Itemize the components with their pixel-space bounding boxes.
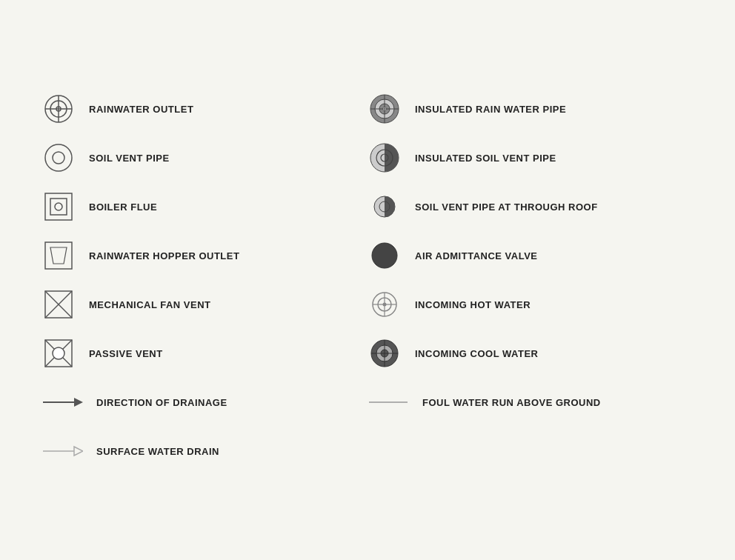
foul-water-run-above-ground-label: FOUL WATER RUN ABOVE GROUND (422, 397, 601, 408)
boiler-flue-label: BOILER FLUE (89, 201, 157, 213)
foul-water-run-above-ground-icon (368, 385, 409, 419)
legend-container: RAINWATER OUTLET SOIL VENT PIPE (12, 62, 723, 498)
list-item: RAINWATER HOPPER OUTLET (41, 231, 368, 280)
svg-marker-11 (50, 247, 67, 264)
svg-rect-10 (45, 242, 72, 269)
mechanical-fan-vent-label: MECHANICAL FAN VENT (89, 299, 211, 310)
svg-point-34 (372, 243, 397, 268)
list-item: SOIL VENT PIPE AT THROUGH ROOF (368, 182, 694, 231)
list-item: RAINWATER OUTLET (41, 84, 368, 133)
svg-point-6 (53, 152, 64, 164)
air-admittance-valve-label: AIR ADMITTANCE VALVE (415, 250, 538, 261)
list-item: BOILER FLUE (41, 182, 368, 231)
svg-point-5 (45, 144, 72, 171)
list-item: AIR ADMITTANCE VALVE (368, 231, 694, 280)
insulated-rain-water-pipe-label: INSULATED RAIN WATER PIPE (415, 104, 566, 115)
boiler-flue-icon (41, 190, 76, 224)
incoming-hot-water-label: INCOMING HOT WATER (415, 299, 531, 310)
rainwater-outlet-icon (41, 92, 76, 126)
surface-water-drain-icon (41, 434, 83, 468)
list-item: INSULATED RAIN WATER PIPE (368, 84, 694, 133)
direction-of-drainage-label: DIRECTION OF DRAINAGE (96, 397, 227, 408)
right-column: INSULATED RAIN WATER PIPE INSULATED SOIL… (368, 84, 694, 476)
passive-vent-label: PASSIVE VENT (89, 348, 163, 359)
surface-water-drain-label: SURFACE WATER DRAIN (96, 446, 219, 457)
svg-rect-7 (45, 193, 72, 220)
rainwater-outlet-label: RAINWATER OUTLET (89, 104, 193, 115)
left-column: RAINWATER OUTLET SOIL VENT PIPE (41, 84, 368, 476)
legend-grid: RAINWATER OUTLET SOIL VENT PIPE (41, 84, 694, 476)
incoming-cool-water-label: INCOMING COOL WATER (415, 348, 538, 359)
list-item-empty (368, 427, 694, 441)
passive-vent-icon (41, 336, 76, 370)
rainwater-hopper-outlet-label: RAINWATER HOPPER OUTLET (89, 250, 239, 261)
list-item: INCOMING HOT WATER (368, 280, 694, 329)
list-item: SOIL VENT PIPE (41, 133, 368, 182)
incoming-cool-water-icon (368, 336, 402, 370)
soil-vent-pipe-through-roof-icon (368, 190, 402, 224)
svg-point-18 (53, 347, 64, 359)
list-item: DIRECTION OF DRAINAGE (41, 378, 368, 427)
air-admittance-valve-icon (368, 239, 402, 273)
mechanical-fan-vent-icon (41, 287, 76, 321)
insulated-soil-vent-pipe-icon (368, 141, 402, 175)
list-item: FOUL WATER RUN ABOVE GROUND (368, 378, 694, 427)
insulated-rain-water-pipe-icon (368, 92, 402, 126)
svg-marker-20 (74, 398, 83, 407)
list-item: INSULATED SOIL VENT PIPE (368, 133, 694, 182)
list-item: PASSIVE VENT (41, 329, 368, 378)
rainwater-hopper-outlet-icon (41, 239, 76, 273)
soil-vent-pipe-through-roof-label: SOIL VENT PIPE AT THROUGH ROOF (415, 201, 598, 213)
incoming-hot-water-icon (368, 287, 402, 321)
soil-vent-pipe-icon (41, 141, 76, 175)
list-item: SURFACE WATER DRAIN (41, 427, 368, 476)
svg-point-9 (55, 203, 62, 210)
list-item: INCOMING COOL WATER (368, 329, 694, 378)
direction-of-drainage-icon (41, 385, 83, 419)
list-item: MECHANICAL FAN VENT (41, 280, 368, 329)
insulated-soil-vent-pipe-label: INSULATED SOIL VENT PIPE (415, 153, 556, 164)
soil-vent-pipe-label: SOIL VENT PIPE (89, 153, 170, 164)
svg-marker-22 (74, 447, 83, 456)
svg-rect-8 (50, 199, 67, 215)
